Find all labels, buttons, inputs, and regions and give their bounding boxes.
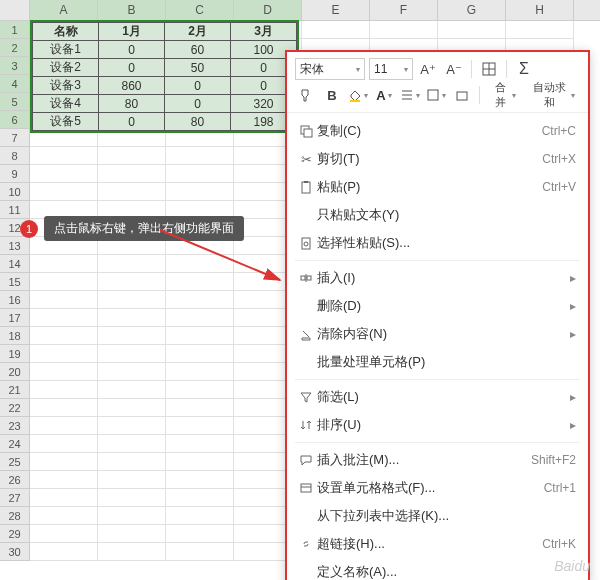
row-header[interactable]: 29: [0, 525, 30, 543]
cell[interactable]: [30, 291, 98, 309]
cell[interactable]: [30, 363, 98, 381]
table-cell[interactable]: 60: [165, 41, 231, 59]
cell[interactable]: [166, 435, 234, 453]
menu-item[interactable]: 设置单元格格式(F)...Ctrl+1: [287, 474, 588, 502]
grow-font-button[interactable]: A⁺: [417, 58, 439, 80]
cell[interactable]: [30, 147, 98, 165]
cell[interactable]: [166, 345, 234, 363]
cell[interactable]: [166, 381, 234, 399]
table-cell[interactable]: 设备3: [33, 77, 99, 95]
cell[interactable]: [166, 471, 234, 489]
cell[interactable]: [30, 255, 98, 273]
table-cell[interactable]: 0: [99, 59, 165, 77]
row-header[interactable]: 6: [0, 111, 30, 129]
menu-item[interactable]: 删除(D)▸: [287, 292, 588, 320]
cell[interactable]: [30, 435, 98, 453]
cell[interactable]: [30, 327, 98, 345]
row-header[interactable]: 3: [0, 57, 30, 75]
row-header[interactable]: 27: [0, 489, 30, 507]
cell[interactable]: [166, 543, 234, 561]
cell[interactable]: [166, 453, 234, 471]
cell[interactable]: [98, 183, 166, 201]
table-header-cell[interactable]: 3月: [231, 23, 297, 41]
menu-item[interactable]: 插入批注(M)...Shift+F2: [287, 446, 588, 474]
row-header[interactable]: 8: [0, 147, 30, 165]
cell[interactable]: [166, 399, 234, 417]
menu-item[interactable]: 排序(U)▸: [287, 411, 588, 439]
cell[interactable]: [166, 417, 234, 435]
autosum-button[interactable]: Σ: [513, 58, 535, 80]
menu-item[interactable]: 插入(I)▸: [287, 264, 588, 292]
row-header[interactable]: 5: [0, 93, 30, 111]
font-size-selector[interactable]: 11▾: [369, 58, 413, 80]
cell[interactable]: [98, 435, 166, 453]
row-header[interactable]: 17: [0, 309, 30, 327]
cell[interactable]: [98, 309, 166, 327]
cell[interactable]: [166, 147, 234, 165]
font-selector[interactable]: 宋体▾: [295, 58, 365, 80]
table-cell[interactable]: 0: [165, 95, 231, 113]
select-all-corner[interactable]: [0, 0, 30, 20]
table-cell[interactable]: 0: [99, 113, 165, 131]
row-header[interactable]: 14: [0, 255, 30, 273]
cell[interactable]: [302, 21, 370, 39]
cell[interactable]: [98, 273, 166, 291]
table-cell[interactable]: 设备4: [33, 95, 99, 113]
row-header[interactable]: 21: [0, 381, 30, 399]
cell[interactable]: [166, 165, 234, 183]
menu-item[interactable]: 定义名称(A)...: [287, 558, 588, 580]
cell[interactable]: [98, 525, 166, 543]
table-cell[interactable]: 设备5: [33, 113, 99, 131]
cell[interactable]: [166, 363, 234, 381]
row-header[interactable]: 9: [0, 165, 30, 183]
cell[interactable]: [98, 291, 166, 309]
cell[interactable]: [98, 363, 166, 381]
menu-item[interactable]: 复制(C)Ctrl+C: [287, 117, 588, 145]
column-header[interactable]: A: [30, 0, 98, 20]
shrink-font-button[interactable]: A⁻: [443, 58, 465, 80]
table-cell[interactable]: 设备1: [33, 41, 99, 59]
cell[interactable]: [30, 507, 98, 525]
cell[interactable]: [166, 291, 234, 309]
cell[interactable]: [166, 183, 234, 201]
menu-item[interactable]: 选择性粘贴(S)...: [287, 229, 588, 257]
cell[interactable]: [30, 489, 98, 507]
row-header[interactable]: 22: [0, 399, 30, 417]
cell[interactable]: [166, 273, 234, 291]
row-header[interactable]: 20: [0, 363, 30, 381]
row-header[interactable]: 18: [0, 327, 30, 345]
menu-item[interactable]: 筛选(L)▸: [287, 383, 588, 411]
column-header[interactable]: E: [302, 0, 370, 20]
column-header[interactable]: C: [166, 0, 234, 20]
cell[interactable]: [370, 21, 438, 39]
table-header-cell[interactable]: 名称: [33, 23, 99, 41]
cell[interactable]: [30, 309, 98, 327]
cell[interactable]: [166, 309, 234, 327]
cell[interactable]: [98, 399, 166, 417]
cell[interactable]: [30, 471, 98, 489]
autosum-dropdown[interactable]: 自动求和▾: [525, 84, 580, 106]
menu-item[interactable]: 粘贴(P)Ctrl+V: [287, 173, 588, 201]
cell[interactable]: [98, 147, 166, 165]
column-header[interactable]: G: [438, 0, 506, 20]
row-header[interactable]: 2: [0, 39, 30, 57]
menu-item[interactable]: 清除内容(N)▸: [287, 320, 588, 348]
cell[interactable]: [30, 345, 98, 363]
cell[interactable]: [30, 543, 98, 561]
row-header[interactable]: 28: [0, 507, 30, 525]
row-header[interactable]: 24: [0, 435, 30, 453]
cell[interactable]: [166, 507, 234, 525]
row-header[interactable]: 4: [0, 75, 30, 93]
cell[interactable]: [166, 255, 234, 273]
cell[interactable]: [98, 507, 166, 525]
table-cell[interactable]: 0: [165, 77, 231, 95]
column-header[interactable]: B: [98, 0, 166, 20]
row-header[interactable]: 19: [0, 345, 30, 363]
cell[interactable]: [30, 417, 98, 435]
outline-button[interactable]: [451, 84, 473, 106]
cell[interactable]: [98, 489, 166, 507]
format-painter-button[interactable]: [295, 84, 317, 106]
font-color-button[interactable]: A▾: [373, 84, 395, 106]
align-button[interactable]: ▾: [399, 84, 421, 106]
cell[interactable]: [30, 381, 98, 399]
